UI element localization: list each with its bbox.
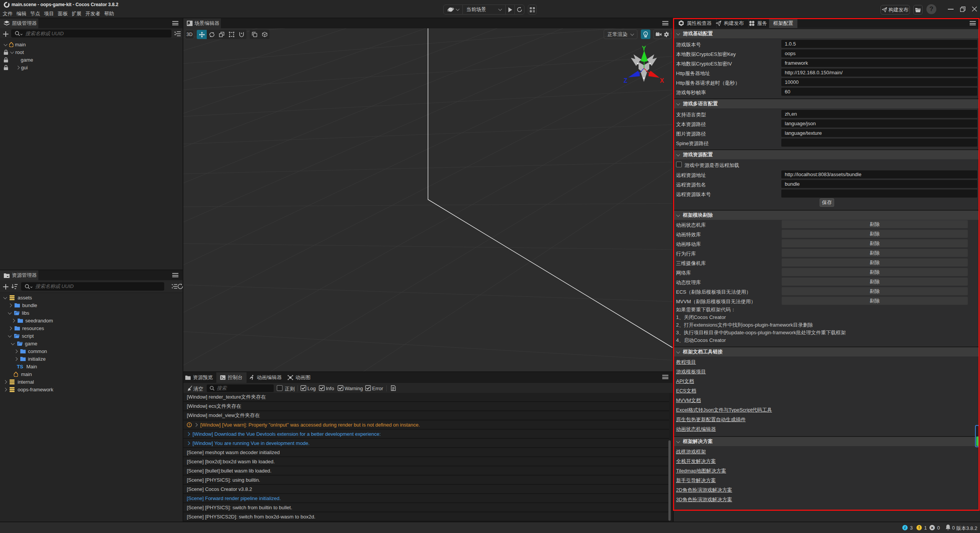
svg-text:Z: Z xyxy=(624,77,627,84)
svg-text:X: X xyxy=(660,77,664,84)
svg-text:Y: Y xyxy=(642,45,646,52)
